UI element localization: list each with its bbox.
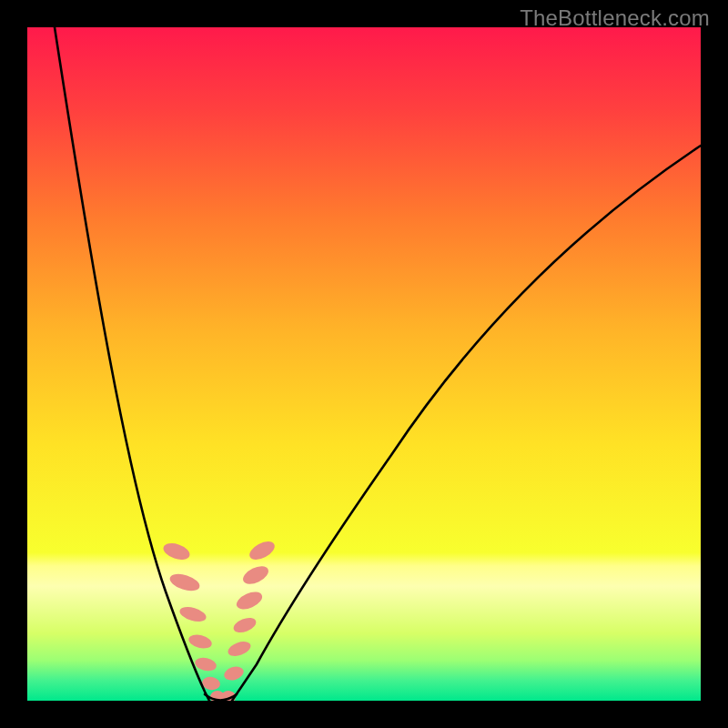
data-marker xyxy=(167,571,201,594)
marker-group xyxy=(161,538,278,701)
curve-layer xyxy=(27,27,701,701)
data-marker xyxy=(234,589,265,613)
data-marker xyxy=(161,541,191,562)
data-marker xyxy=(194,656,217,673)
data-marker xyxy=(226,639,252,659)
data-marker xyxy=(231,615,258,636)
data-marker xyxy=(240,562,271,588)
data-marker xyxy=(187,632,214,651)
chart-frame: TheBottleneck.com xyxy=(0,0,728,728)
data-marker xyxy=(247,538,278,563)
curve-right xyxy=(232,146,701,701)
data-marker xyxy=(222,664,245,682)
plot-area xyxy=(27,27,701,701)
curve-left xyxy=(55,27,209,701)
watermark-text: TheBottleneck.com xyxy=(520,5,710,31)
data-marker xyxy=(178,604,208,624)
